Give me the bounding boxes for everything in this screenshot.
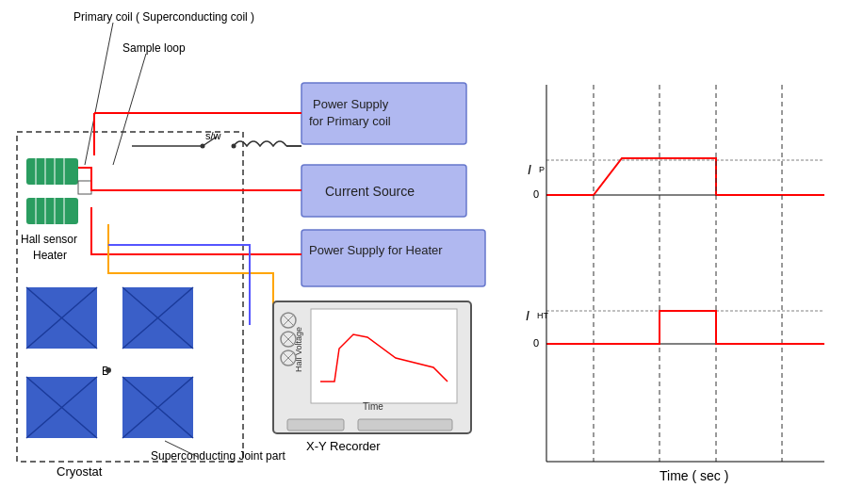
power-supply-primary-line2: for Primary coil — [309, 114, 391, 128]
svg-line-0 — [85, 23, 113, 165]
primary-coil-top — [26, 158, 78, 185]
iht-label: I — [526, 308, 529, 323]
cryostat-label: Cryostat — [57, 464, 103, 479]
time-graph-area — [528, 80, 829, 476]
xy-button-left — [287, 419, 344, 431]
xy-recorder-label: X-Y Recorder — [306, 439, 381, 453]
power-supply-heater-line1: Power Supply for Heater — [309, 243, 443, 257]
ip-label: I — [528, 162, 531, 177]
diagram-container: Cryostat Primary coil ( Superconducting … — [0, 0, 847, 504]
sw-label: s/w — [205, 130, 221, 141]
primary-coil-bottom — [26, 198, 78, 224]
hall-sensor-label: Hall sensor — [21, 233, 77, 246]
current-source-label: Current Source — [325, 184, 415, 199]
connector-box — [78, 181, 91, 194]
power-supply-primary-line1: Power Supply — [313, 97, 389, 111]
heater-label: Heater — [33, 249, 67, 262]
iht-subscript: HT — [537, 311, 548, 320]
ip-zero: 0 — [533, 188, 539, 200]
time-label-xy: Time — [363, 401, 383, 412]
sample-loop-label: Sample loop — [122, 41, 186, 55]
wire-red-heater — [91, 207, 301, 254]
iht-zero: 0 — [533, 337, 539, 349]
inductor-symbol — [234, 141, 286, 146]
wire-red-top — [78, 168, 132, 190]
svg-point-21 — [201, 144, 205, 149]
svg-line-1 — [113, 54, 146, 165]
time-sec-label: Time ( sec ) — [660, 468, 728, 483]
xy-button-right — [358, 419, 452, 431]
b-connector — [106, 367, 111, 373]
primary-coil-label: Primary coil ( Superconducting coil ) — [73, 10, 254, 24]
superconducting-joint-label: Superconducting Joint part — [151, 449, 285, 463]
xy-recorder-graph — [311, 309, 457, 403]
ip-subscript: P — [539, 165, 545, 174]
power-supply-heater-box — [301, 230, 485, 286]
hall-voltage-label: Hall Voltage — [294, 327, 303, 372]
